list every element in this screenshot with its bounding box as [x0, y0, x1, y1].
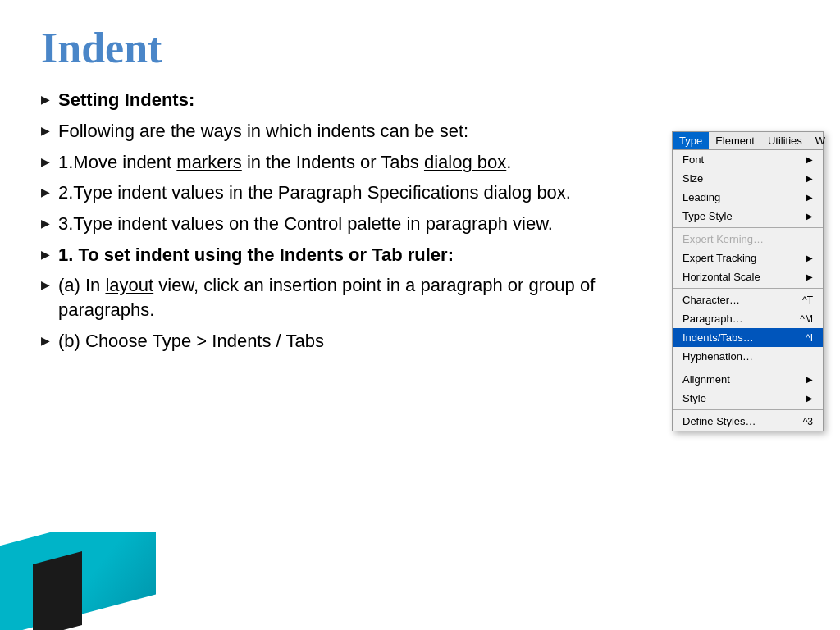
slide-container: Indent ▶ Setting Indents: ▶ Following ar… [0, 0, 840, 630]
arrow-icon: ▶ [806, 375, 813, 384]
menu-divider [673, 227, 823, 228]
bullet-text: Following are the ways in which indents … [58, 119, 632, 144]
menu-item-expert-tracking[interactable]: Expert Tracking ▶ [673, 249, 823, 267]
menu-item-label: Horizontal Scale [682, 271, 760, 283]
menu-item-label: Leading [682, 191, 720, 203]
menu-item-horizontal-scale[interactable]: Horizontal Scale ▶ [673, 267, 823, 286]
menu-item-label: Indents/Tabs… [682, 331, 754, 344]
list-item: ▶ 1.Move indent markers in the Indents o… [41, 150, 632, 175]
menu-item-size[interactable]: Size ▶ [673, 169, 823, 188]
arrow-icon: ▶ [806, 174, 813, 183]
list-item: ▶ Following are the ways in which indent… [41, 119, 632, 144]
bullet-text: Setting Indents: [58, 88, 632, 112]
menu-item-label: Expert Tracking [682, 252, 756, 264]
menu-item-leading[interactable]: Leading ▶ [673, 188, 823, 207]
dropdown-panel: Type Element Utilities W Font ▶ Size ▶ L… [672, 131, 824, 431]
list-item: ▶ 3.Type indent values on the Control pa… [41, 212, 632, 236]
bullet-arrow-icon: ▶ [41, 92, 50, 107]
menu-item-label: Paragraph… [682, 313, 743, 325]
menu-bar: Type Element Utilities W [673, 132, 823, 150]
bullet-arrow-icon: ▶ [41, 216, 50, 231]
bottom-decoration [0, 532, 180, 630]
menu-item-label: Define Styles… [682, 415, 756, 427]
arrow-icon: ▶ [806, 394, 813, 403]
menu-divider [673, 288, 823, 289]
menu-item-style[interactable]: Style ▶ [673, 389, 823, 408]
bullet-arrow-icon: ▶ [41, 185, 50, 200]
arrow-icon: ▶ [806, 253, 813, 262]
menu-item-type-style[interactable]: Type Style ▶ [673, 207, 823, 226]
menu-item-label: Size [682, 172, 703, 185]
arrow-icon: ▶ [806, 212, 813, 221]
menu-bar-element[interactable]: Element [709, 132, 761, 149]
deco-black [33, 551, 82, 630]
menu-item-label: Expert Kerning… [682, 233, 764, 245]
menu-item-label: Style [682, 392, 706, 404]
menu-bar-w[interactable]: W [809, 132, 832, 149]
menu-item-label: Type Style [682, 210, 733, 222]
list-item: ▶ Setting Indents: [41, 88, 632, 112]
menu-item-indents-tabs[interactable]: Indents/Tabs… ^I [673, 328, 823, 347]
bullet-text: 3.Type indent values on the Control pale… [58, 212, 632, 236]
arrow-icon: ▶ [806, 272, 813, 281]
menu-item-label: Alignment [682, 373, 730, 386]
menu-divider [673, 409, 823, 410]
menu-item-alignment[interactable]: Alignment ▶ [673, 370, 823, 389]
menu-bar-utilities[interactable]: Utilities [761, 132, 809, 149]
bullet-arrow-icon: ▶ [41, 154, 50, 170]
bullet-arrow-icon: ▶ [41, 333, 50, 349]
menu-item-shortcut: ^M [800, 313, 813, 325]
menu-item-expert-kerning: Expert Kerning… [673, 230, 823, 249]
menu-item-font[interactable]: Font ▶ [673, 150, 823, 169]
list-item: ▶ (b) Choose Type > Indents / Tabs [41, 329, 632, 354]
menu-item-label: Character… [682, 294, 740, 306]
deco-teal [0, 532, 156, 630]
slide-title: Indent [41, 25, 632, 71]
menu-bar-type[interactable]: Type [673, 132, 709, 149]
bullet-text: 1.Move indent markers in the Indents or … [58, 150, 632, 175]
bullet-arrow-icon: ▶ [41, 123, 50, 139]
main-content: Indent ▶ Setting Indents: ▶ Following ar… [41, 25, 632, 359]
menu-item-label: Hyphenation… [682, 350, 753, 363]
arrow-icon: ▶ [806, 193, 813, 202]
bullet-text: (b) Choose Type > Indents / Tabs [58, 329, 632, 354]
list-item: ▶ 1. To set indent using the Indents or … [41, 243, 632, 267]
bullet-text: 2.Type indent values in the Paragraph Sp… [58, 180, 632, 205]
list-item: ▶ 2.Type indent values in the Paragraph … [41, 180, 632, 205]
bullet-text: 1. To set indent using the Indents or Ta… [58, 243, 632, 267]
menu-item-shortcut: ^I [806, 332, 813, 344]
bullet-arrow-icon: ▶ [41, 247, 50, 262]
menu-item-character[interactable]: Character… ^T [673, 290, 823, 309]
menu-item-shortcut: ^T [802, 294, 813, 306]
arrow-icon: ▶ [806, 155, 813, 164]
bullet-text: (a) In layout view, click an insertion p… [58, 273, 632, 322]
menu-item-define-styles[interactable]: Define Styles… ^3 [673, 412, 823, 431]
menu-item-paragraph[interactable]: Paragraph… ^M [673, 309, 823, 328]
bullet-list: ▶ Setting Indents: ▶ Following are the w… [41, 88, 632, 353]
menu-divider [673, 368, 823, 368]
menu-item-shortcut: ^3 [803, 416, 813, 427]
menu-item-hyphenation[interactable]: Hyphenation… [673, 347, 823, 366]
menu-item-label: Font [682, 153, 704, 166]
bullet-arrow-icon: ▶ [41, 277, 50, 293]
list-item: ▶ (a) In layout view, click an insertion… [41, 273, 632, 322]
